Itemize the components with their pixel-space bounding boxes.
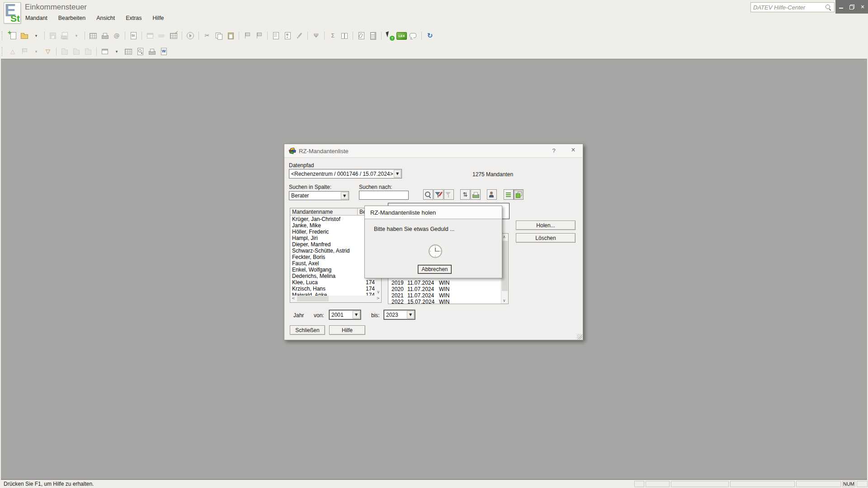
pen-icon-glyph: [295, 32, 303, 40]
cut-icon[interactable]: ✂: [202, 30, 212, 41]
window-dropdown-icon[interactable]: ▾: [111, 46, 122, 57]
export-button[interactable]: [487, 189, 497, 200]
new-document-icon[interactable]: [7, 30, 18, 41]
search-button[interactable]: [423, 189, 433, 200]
year-row[interactable]: 202011.07.2024WIN: [388, 286, 501, 292]
page-preview-icon[interactable]: [135, 46, 146, 57]
dialog-close-button[interactable]: ×: [569, 146, 577, 154]
filter-button[interactable]: [434, 189, 443, 200]
est-document-icon[interactable]: [128, 30, 139, 41]
sum-icon[interactable]: Σ: [327, 30, 338, 41]
hscroll-thumb[interactable]: [297, 296, 329, 301]
pen-icon[interactable]: [294, 30, 305, 41]
year-row[interactable]: 201911.07.2024WIN: [388, 280, 501, 286]
client-hscrollbar[interactable]: < >: [291, 296, 381, 302]
context-help-icon[interactable]: [384, 30, 395, 41]
copy-icon[interactable]: [213, 30, 224, 41]
hilfe-button[interactable]: Hilfe: [329, 325, 365, 335]
menu-item-mandant[interactable]: Mandant: [20, 14, 53, 23]
close-button[interactable]: ×: [859, 1, 867, 12]
refresh-icon[interactable]: ↻: [425, 30, 435, 41]
comment-icon[interactable]: [408, 30, 419, 41]
holen-button[interactable]: Holen...: [516, 221, 576, 230]
abbrechen-button[interactable]: Abbrechen: [418, 265, 452, 274]
menu-item-bearbeiten[interactable]: Bearbeiten: [53, 14, 91, 23]
print-icon-glyph: [148, 47, 156, 56]
toolbar-secondary: △▾▽▾: [2, 45, 170, 58]
dialog-title-bar[interactable]: RZ-Mandantenliste ? ×: [284, 144, 583, 158]
print-list-button[interactable]: [471, 189, 481, 200]
tile-view-button[interactable]: [514, 189, 524, 200]
vscroll-thumb[interactable]: [502, 241, 508, 291]
lex-icon[interactable]: [396, 30, 407, 41]
scroll-left-icon[interactable]: <: [292, 296, 295, 300]
search-column-combobox[interactable]: Berater ▼: [289, 191, 349, 200]
next-marker-icon[interactable]: ▽: [42, 46, 53, 57]
datenpfad-combobox[interactable]: <Rechenzentrum / 0001746 / 15.07.2024> ▼: [289, 169, 402, 178]
grid-view-icon[interactable]: [123, 46, 134, 57]
year-row[interactable]: 202111.07.2024WIN: [388, 292, 501, 298]
menu-item-extras[interactable]: Extras: [120, 14, 147, 23]
paste-icon-glyph: [226, 32, 235, 40]
chevron-down-icon[interactable]: ▼: [353, 311, 360, 319]
columns-icon[interactable]: [339, 30, 350, 41]
word-export-icon[interactable]: [158, 46, 169, 57]
scroll-down-icon[interactable]: ∨: [377, 290, 380, 294]
restore-button[interactable]: [848, 1, 856, 12]
client-row[interactable]: Klee, Luca174: [291, 279, 381, 286]
word-export-icon-glyph: [160, 47, 168, 56]
help-search-input[interactable]: [753, 3, 821, 11]
menu-item-ansicht[interactable]: Ansicht: [91, 14, 120, 23]
open-icon[interactable]: [19, 30, 30, 41]
paste-icon[interactable]: [225, 30, 236, 41]
menu-item-hilfe[interactable]: Hilfe: [147, 14, 170, 23]
start-icon[interactable]: [185, 30, 196, 41]
column-header-mandantenname[interactable]: Mandantenname: [292, 209, 333, 215]
note-arrow-icon[interactable]: [254, 30, 264, 41]
progress-title-bar[interactable]: RZ-Mandantenliste holen: [365, 206, 502, 219]
scroll-up-icon[interactable]: ∧: [503, 235, 506, 239]
jahr-von-combobox[interactable]: 2001 ▼: [329, 310, 361, 319]
chevron-down-icon[interactable]: ▼: [394, 170, 401, 178]
calculator-icon-glyph: [369, 32, 377, 40]
search-for-input[interactable]: [359, 191, 409, 200]
client-row[interactable]: Maiwald, Anke174: [291, 292, 381, 296]
email-icon[interactable]: @: [111, 30, 122, 41]
help-center-search[interactable]: [750, 2, 835, 12]
status-cell: [646, 481, 670, 487]
print-icon[interactable]: [146, 46, 157, 57]
lex-icon-glyph: [396, 32, 406, 40]
chevron-down-icon[interactable]: ▼: [407, 311, 414, 319]
open-dropdown-icon[interactable]: ▾: [31, 30, 42, 41]
doc-clip-icon[interactable]: [356, 30, 367, 41]
doc-table-icon-glyph: [272, 32, 280, 40]
doc-person-icon[interactable]: [282, 30, 293, 41]
dialog-help-button[interactable]: ?: [550, 147, 557, 154]
chevron-down-icon[interactable]: ▼: [341, 192, 348, 199]
quick-print-icon[interactable]: [99, 30, 110, 41]
toolbar-separator: [353, 32, 353, 40]
note-icon[interactable]: [242, 30, 253, 41]
tree-icon[interactable]: Ψ: [311, 30, 321, 41]
loeschen-button[interactable]: Löschen: [516, 233, 576, 243]
sort-button[interactable]: ⇅: [460, 189, 470, 200]
context-help-icon-glyph: [386, 32, 394, 40]
window-layout-icon[interactable]: [99, 46, 110, 57]
column-divider[interactable]: [357, 208, 358, 215]
resize-grip[interactable]: [577, 334, 582, 339]
schliessen-button[interactable]: Schließen: [290, 325, 325, 335]
jahr-bis-combobox[interactable]: 2023 ▼: [384, 310, 415, 319]
filter-off-button[interactable]: [444, 189, 454, 200]
num-lock-indicator: NUM: [842, 481, 855, 487]
search-icon[interactable]: [826, 5, 831, 10]
calendar-check-icon[interactable]: [168, 30, 179, 41]
year-row[interactable]: 202215.07.2024WIN: [388, 299, 501, 304]
minimize-button[interactable]: [837, 1, 845, 12]
doc-table-icon[interactable]: [270, 30, 281, 41]
calculator-icon[interactable]: [368, 30, 378, 41]
table-icon[interactable]: [88, 30, 99, 41]
client-row[interactable]: Krzisch, Hans174: [291, 286, 381, 292]
scroll-right-icon[interactable]: >: [376, 296, 380, 300]
list-view-button[interactable]: [504, 189, 514, 200]
scroll-down-icon[interactable]: ∨: [503, 298, 506, 303]
